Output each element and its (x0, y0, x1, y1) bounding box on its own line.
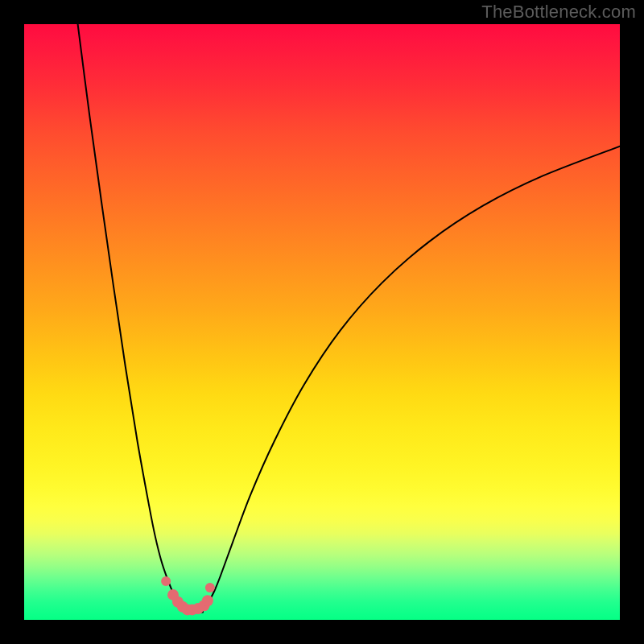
scatter-point (161, 576, 171, 586)
watermark-text: TheBottleneck.com (481, 2, 636, 23)
scatter-point (205, 583, 215, 592)
curve-svg (24, 24, 620, 620)
scatter-points (161, 576, 215, 616)
plot-area (24, 24, 620, 620)
chart-container: TheBottleneck.com (0, 0, 644, 644)
left-branch-curve (78, 24, 185, 611)
right-branch-curve (203, 147, 620, 611)
scatter-point (202, 595, 213, 606)
